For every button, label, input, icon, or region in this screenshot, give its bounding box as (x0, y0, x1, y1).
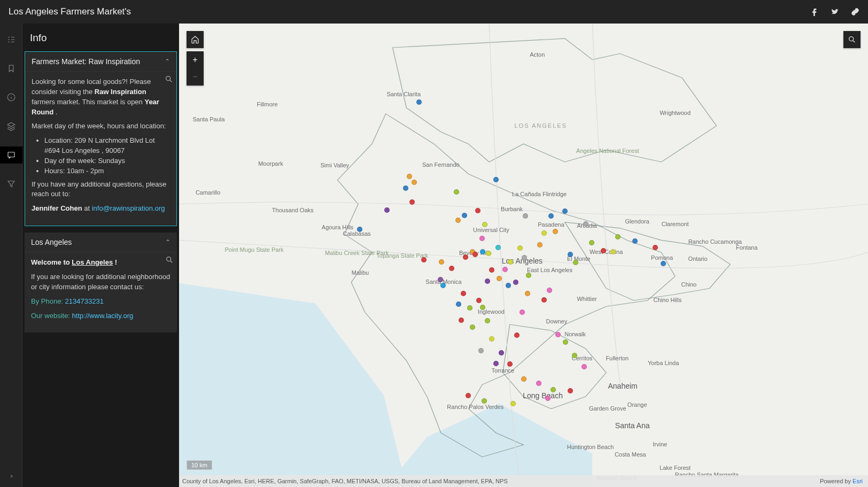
market-dot[interactable] (485, 318, 490, 323)
market-dot[interactable] (438, 277, 443, 282)
phone-link[interactable]: 2134733231 (65, 297, 104, 305)
zoom-in-button[interactable]: + (187, 51, 204, 68)
market-dot[interactable] (547, 288, 552, 293)
market-dot[interactable] (478, 348, 484, 353)
market-dot[interactable] (563, 339, 568, 345)
market-dot[interactable] (412, 180, 417, 185)
contact-email-link[interactable]: info@rawinspiration.org (92, 204, 165, 212)
market-dot[interactable] (439, 259, 444, 265)
market-dot[interactable] (480, 305, 485, 310)
market-dot[interactable] (514, 333, 520, 338)
zoom-out-button[interactable]: − (187, 68, 204, 86)
market-dot[interactable] (589, 240, 594, 245)
market-dot[interactable] (615, 234, 621, 239)
market-dot[interactable] (489, 267, 494, 273)
facebook-icon[interactable] (810, 7, 819, 16)
market-dot[interactable] (521, 376, 526, 382)
card-city-header[interactable]: Los Angeles ⌃ (25, 233, 177, 252)
market-dot[interactable] (562, 208, 568, 214)
market-dot[interactable] (548, 213, 554, 219)
market-dot[interactable] (475, 208, 480, 213)
market-dot[interactable] (449, 266, 454, 271)
market-dot[interactable] (568, 252, 573, 257)
market-dot[interactable] (486, 251, 491, 256)
market-dot[interactable] (455, 218, 461, 223)
market-dot[interactable] (522, 255, 527, 260)
market-dot[interactable] (357, 227, 362, 232)
market-dot[interactable] (416, 99, 422, 105)
market-dot[interactable] (495, 245, 501, 250)
nav-about[interactable] (0, 89, 22, 106)
market-dot[interactable] (462, 213, 467, 218)
market-dot[interactable] (601, 248, 606, 253)
market-dot[interactable] (513, 280, 518, 285)
nav-layers[interactable] (0, 118, 22, 135)
market-dot[interactable] (572, 353, 577, 358)
market-dot[interactable] (493, 361, 499, 366)
market-dot[interactable] (463, 254, 468, 260)
market-dot[interactable] (466, 393, 471, 398)
market-dot[interactable] (568, 388, 573, 393)
market-dot[interactable] (610, 249, 616, 254)
market-dot[interactable] (482, 222, 487, 227)
market-dot[interactable] (661, 261, 666, 266)
market-dot[interactable] (555, 332, 561, 337)
market-dot[interactable] (467, 305, 472, 311)
market-dot[interactable] (421, 257, 427, 262)
market-dot[interactable] (536, 381, 541, 386)
market-dot[interactable] (632, 238, 638, 244)
market-dot[interactable] (525, 291, 530, 296)
market-dot[interactable] (653, 245, 658, 250)
market-dot[interactable] (497, 276, 502, 281)
home-button[interactable] (187, 31, 204, 48)
market-dot[interactable] (582, 364, 587, 369)
market-dot[interactable] (573, 260, 578, 265)
nav-legend[interactable] (0, 31, 22, 48)
market-dot[interactable] (485, 279, 490, 284)
website-link[interactable]: http://www.lacity.org (72, 312, 134, 320)
market-dot[interactable] (541, 230, 547, 236)
market-dot[interactable] (508, 259, 513, 265)
market-dot[interactable] (520, 310, 525, 315)
card-market-header[interactable]: Farmers Market: Raw Inspiration ⌃ (25, 52, 176, 72)
market-dot[interactable] (470, 324, 475, 330)
market-dot[interactable] (456, 302, 461, 307)
market-dot[interactable] (545, 396, 551, 401)
market-dot[interactable] (583, 221, 588, 227)
market-dot[interactable] (440, 283, 446, 288)
market-dot[interactable] (507, 361, 513, 367)
market-dot[interactable] (409, 199, 415, 205)
market-dot[interactable] (553, 229, 558, 234)
nav-popup[interactable] (0, 146, 22, 164)
market-dot[interactable] (403, 185, 408, 191)
market-dot[interactable] (499, 350, 504, 355)
market-dot[interactable] (541, 297, 547, 303)
nav-expand[interactable] (0, 466, 22, 487)
esri-link[interactable]: Esri (852, 478, 863, 484)
market-dot[interactable] (461, 291, 466, 296)
nav-filter[interactable] (0, 175, 22, 192)
map[interactable]: Los AngelesLOS ANGELESSanta ClaritaActon… (179, 24, 868, 487)
market-dot[interactable] (454, 189, 459, 195)
market-dot[interactable] (489, 336, 494, 342)
market-dot[interactable] (479, 236, 485, 241)
market-dot[interactable] (502, 267, 508, 272)
zoom-to-icon[interactable] (165, 256, 174, 267)
zoom-to-icon[interactable] (165, 75, 173, 87)
market-dot[interactable] (510, 401, 516, 406)
market-dot[interactable] (493, 177, 499, 182)
market-dot[interactable] (482, 398, 487, 404)
map-search-button[interactable] (843, 31, 861, 48)
link-icon[interactable] (851, 7, 859, 16)
market-dot[interactable] (517, 245, 523, 251)
market-dot[interactable] (472, 252, 478, 257)
market-dot[interactable] (476, 298, 482, 303)
market-dot[interactable] (526, 273, 531, 278)
market-dot[interactable] (459, 318, 464, 323)
market-dot[interactable] (384, 207, 390, 213)
nav-bookmarks[interactable] (0, 60, 22, 77)
market-dot[interactable] (537, 242, 542, 248)
twitter-icon[interactable] (831, 7, 839, 16)
market-dot[interactable] (407, 174, 412, 179)
market-dot[interactable] (523, 213, 528, 219)
